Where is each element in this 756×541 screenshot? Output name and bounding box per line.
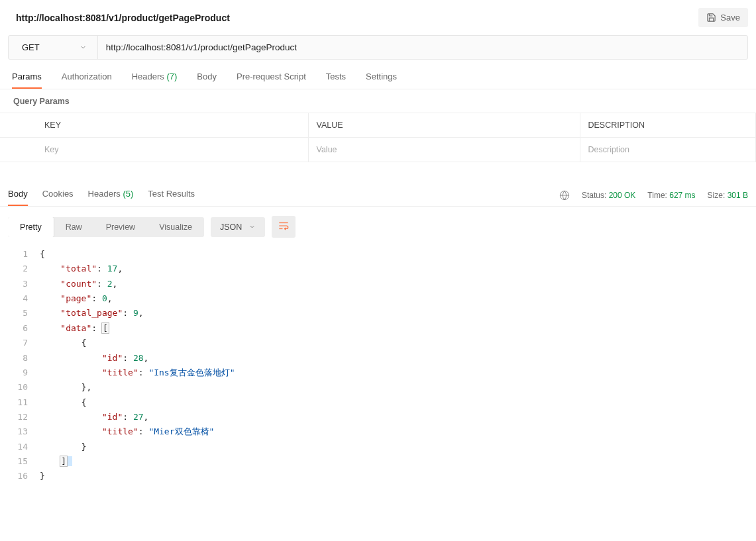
- description-input[interactable]: Description: [580, 138, 756, 162]
- resp-tab-body[interactable]: Body: [8, 189, 28, 206]
- format-select[interactable]: JSON: [211, 217, 265, 237]
- chevron-down-icon: [80, 44, 87, 51]
- tab-params[interactable]: Params: [12, 72, 42, 89]
- col-value: VALUE: [308, 113, 580, 138]
- tab-authorization[interactable]: Authorization: [62, 72, 112, 89]
- time-value: 627 ms: [669, 191, 695, 200]
- tab-body[interactable]: Body: [197, 72, 217, 89]
- value-input[interactable]: Value: [308, 138, 580, 162]
- view-raw[interactable]: Raw: [54, 217, 94, 237]
- url-input[interactable]: [98, 36, 747, 59]
- resp-headers-count: (5): [123, 189, 133, 199]
- save-icon: [706, 13, 716, 23]
- size-value: 301 B: [728, 191, 748, 200]
- headers-count: (7): [166, 72, 177, 81]
- request-tabs: Params Authorization Headers (7) Body Pr…: [0, 60, 756, 89]
- view-toolbar: Pretty Raw Preview Visualize JSON: [0, 207, 756, 244]
- resp-tab-headers[interactable]: Headers (5): [88, 189, 134, 206]
- save-button[interactable]: Save: [698, 8, 748, 27]
- response-meta: Status: 200 OK Time: 627 ms Size: 301 B: [559, 190, 748, 206]
- method-value: GET: [22, 42, 40, 52]
- tab-tests[interactable]: Tests: [326, 72, 346, 89]
- tab-headers[interactable]: Headers (7): [132, 72, 178, 89]
- col-description: DESCRIPTION: [580, 113, 756, 138]
- tab-prerequest[interactable]: Pre-request Script: [237, 72, 306, 89]
- format-value: JSON: [220, 222, 242, 232]
- wrap-lines-button[interactable]: [272, 216, 296, 238]
- request-title: http://localhost:8081/v1/product/getPage…: [16, 13, 230, 23]
- query-params-table: KEY VALUE DESCRIPTION Key Value Descript…: [0, 113, 756, 162]
- query-params-label: Query Params: [0, 89, 756, 113]
- globe-icon[interactable]: [559, 190, 570, 201]
- key-input[interactable]: Key: [36, 138, 308, 162]
- table-row[interactable]: Key Value Description: [0, 138, 756, 162]
- save-label: Save: [720, 13, 740, 23]
- wrap-icon: [278, 220, 290, 232]
- method-select[interactable]: GET: [9, 36, 98, 59]
- tab-settings[interactable]: Settings: [366, 72, 397, 89]
- response-body[interactable]: 1{ 2 "total": 17, 3 "count": 2, 4 "page"…: [0, 244, 756, 487]
- status-value: 200 OK: [609, 191, 636, 200]
- view-preview[interactable]: Preview: [94, 217, 147, 237]
- view-visualize[interactable]: Visualize: [147, 217, 204, 237]
- view-pretty[interactable]: Pretty: [8, 217, 54, 237]
- resp-tab-testresults[interactable]: Test Results: [148, 189, 195, 206]
- response-tabs: Body Cookies Headers (5) Test Results: [8, 189, 195, 206]
- resp-tab-cookies[interactable]: Cookies: [42, 189, 74, 206]
- col-key: KEY: [36, 113, 308, 138]
- chevron-down-icon: [248, 223, 256, 230]
